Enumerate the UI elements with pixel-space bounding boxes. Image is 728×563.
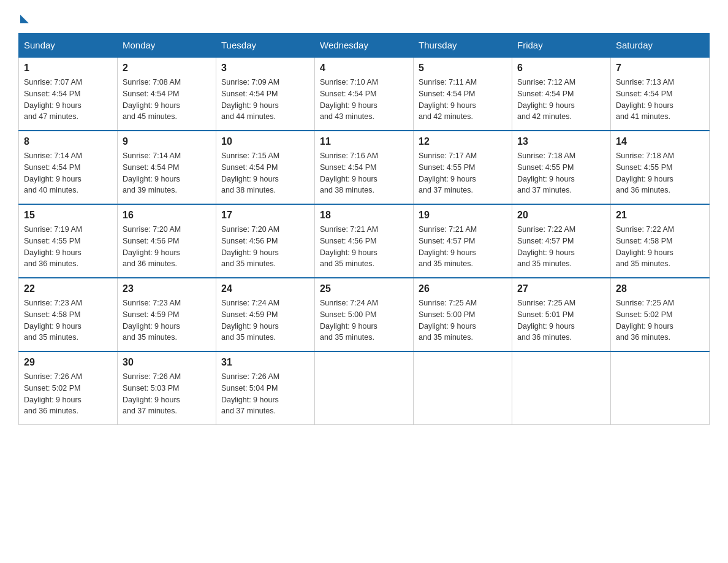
day-info: Sunrise: 7:08 AM Sunset: 4:54 PM Dayligh… [123,77,211,123]
calendar-header-tuesday: Tuesday [216,34,315,58]
day-info: Sunrise: 7:21 AM Sunset: 4:56 PM Dayligh… [320,224,408,270]
day-info: Sunrise: 7:09 AM Sunset: 4:54 PM Dayligh… [221,77,309,123]
calendar-cell: 22 Sunrise: 7:23 AM Sunset: 4:58 PM Dayl… [19,278,118,351]
day-info: Sunrise: 7:20 AM Sunset: 4:56 PM Dayligh… [123,224,211,270]
day-info: Sunrise: 7:25 AM Sunset: 5:01 PM Dayligh… [517,297,605,343]
day-number: 29 [24,357,112,368]
day-number: 10 [221,136,309,147]
day-number: 3 [221,63,309,74]
calendar-cell: 7 Sunrise: 7:13 AM Sunset: 4:54 PM Dayli… [611,57,710,131]
logo-arrow-icon [20,15,29,23]
calendar-header-monday: Monday [118,34,216,58]
day-info: Sunrise: 7:23 AM Sunset: 4:59 PM Dayligh… [123,297,211,343]
day-number: 30 [123,357,211,368]
day-number: 20 [517,210,605,221]
calendar-week-5: 29 Sunrise: 7:26 AM Sunset: 5:02 PM Dayl… [19,351,710,425]
calendar-cell: 1 Sunrise: 7:07 AM Sunset: 4:54 PM Dayli… [19,57,118,131]
day-number: 14 [616,136,704,147]
calendar-cell: 24 Sunrise: 7:24 AM Sunset: 4:59 PM Dayl… [216,278,315,351]
day-info: Sunrise: 7:23 AM Sunset: 4:58 PM Dayligh… [24,297,112,343]
calendar-cell: 29 Sunrise: 7:26 AM Sunset: 5:02 PM Dayl… [19,351,118,425]
calendar-cell: 31 Sunrise: 7:26 AM Sunset: 5:04 PM Dayl… [216,351,315,425]
calendar-cell: 12 Sunrise: 7:17 AM Sunset: 4:55 PM Dayl… [414,131,512,204]
day-number: 9 [123,136,211,147]
day-number: 11 [320,136,408,147]
day-number: 16 [123,210,211,221]
day-info: Sunrise: 7:18 AM Sunset: 4:55 PM Dayligh… [517,150,605,196]
calendar-cell: 28 Sunrise: 7:25 AM Sunset: 5:02 PM Dayl… [611,278,710,351]
day-number: 25 [320,283,408,294]
calendar-cell: 13 Sunrise: 7:18 AM Sunset: 4:55 PM Dayl… [512,131,611,204]
day-number: 21 [616,210,704,221]
day-number: 17 [221,210,309,221]
calendar-cell: 20 Sunrise: 7:22 AM Sunset: 4:57 PM Dayl… [512,204,611,278]
calendar-week-2: 8 Sunrise: 7:14 AM Sunset: 4:54 PM Dayli… [19,131,710,204]
day-info: Sunrise: 7:16 AM Sunset: 4:54 PM Dayligh… [320,150,408,196]
calendar-week-3: 15 Sunrise: 7:19 AM Sunset: 4:55 PM Dayl… [19,204,710,278]
day-number: 6 [517,63,605,74]
calendar-header-sunday: Sunday [19,34,118,58]
calendar-cell: 9 Sunrise: 7:14 AM Sunset: 4:54 PM Dayli… [118,131,216,204]
day-number: 23 [123,283,211,294]
day-number: 5 [419,63,507,74]
calendar-cell: 11 Sunrise: 7:16 AM Sunset: 4:54 PM Dayl… [315,131,414,204]
calendar-cell [512,351,611,425]
calendar-cell: 17 Sunrise: 7:20 AM Sunset: 4:56 PM Dayl… [216,204,315,278]
calendar-table: SundayMondayTuesdayWednesdayThursdayFrid… [18,33,710,425]
day-info: Sunrise: 7:15 AM Sunset: 4:54 PM Dayligh… [221,150,309,196]
day-info: Sunrise: 7:22 AM Sunset: 4:58 PM Dayligh… [616,224,704,270]
calendar-cell: 21 Sunrise: 7:22 AM Sunset: 4:58 PM Dayl… [611,204,710,278]
calendar-cell: 3 Sunrise: 7:09 AM Sunset: 4:54 PM Dayli… [216,57,315,131]
day-number: 27 [517,283,605,294]
calendar-cell: 14 Sunrise: 7:18 AM Sunset: 4:55 PM Dayl… [611,131,710,204]
day-info: Sunrise: 7:22 AM Sunset: 4:57 PM Dayligh… [517,224,605,270]
day-info: Sunrise: 7:14 AM Sunset: 4:54 PM Dayligh… [123,150,211,196]
day-info: Sunrise: 7:07 AM Sunset: 4:54 PM Dayligh… [24,77,112,123]
day-info: Sunrise: 7:17 AM Sunset: 4:55 PM Dayligh… [419,150,507,196]
day-number: 18 [320,210,408,221]
day-number: 28 [616,283,704,294]
calendar-header-thursday: Thursday [414,34,512,58]
day-info: Sunrise: 7:26 AM Sunset: 5:03 PM Dayligh… [123,371,211,417]
day-number: 2 [123,63,211,74]
day-info: Sunrise: 7:14 AM Sunset: 4:54 PM Dayligh… [24,150,112,196]
calendar-header-wednesday: Wednesday [315,34,414,58]
calendar-cell: 18 Sunrise: 7:21 AM Sunset: 4:56 PM Dayl… [315,204,414,278]
calendar-cell: 30 Sunrise: 7:26 AM Sunset: 5:03 PM Dayl… [118,351,216,425]
day-info: Sunrise: 7:20 AM Sunset: 4:56 PM Dayligh… [221,224,309,270]
day-number: 22 [24,283,112,294]
calendar-header-saturday: Saturday [611,34,710,58]
day-number: 19 [419,210,507,221]
calendar-cell: 10 Sunrise: 7:15 AM Sunset: 4:54 PM Dayl… [216,131,315,204]
day-info: Sunrise: 7:26 AM Sunset: 5:04 PM Dayligh… [221,371,309,417]
calendar-cell: 26 Sunrise: 7:25 AM Sunset: 5:00 PM Dayl… [414,278,512,351]
calendar-week-1: 1 Sunrise: 7:07 AM Sunset: 4:54 PM Dayli… [19,57,710,131]
day-info: Sunrise: 7:13 AM Sunset: 4:54 PM Dayligh… [616,77,704,123]
day-number: 13 [517,136,605,147]
logo [18,12,29,21]
calendar-cell: 27 Sunrise: 7:25 AM Sunset: 5:01 PM Dayl… [512,278,611,351]
day-info: Sunrise: 7:18 AM Sunset: 4:55 PM Dayligh… [616,150,704,196]
page-header [18,12,710,21]
day-number: 4 [320,63,408,74]
calendar-header-friday: Friday [512,34,611,58]
day-info: Sunrise: 7:11 AM Sunset: 4:54 PM Dayligh… [419,77,507,123]
day-info: Sunrise: 7:12 AM Sunset: 4:54 PM Dayligh… [517,77,605,123]
day-info: Sunrise: 7:25 AM Sunset: 5:02 PM Dayligh… [616,297,704,343]
day-info: Sunrise: 7:25 AM Sunset: 5:00 PM Dayligh… [419,297,507,343]
calendar-cell: 15 Sunrise: 7:19 AM Sunset: 4:55 PM Dayl… [19,204,118,278]
calendar-cell: 23 Sunrise: 7:23 AM Sunset: 4:59 PM Dayl… [118,278,216,351]
calendar-cell [414,351,512,425]
day-number: 8 [24,136,112,147]
day-info: Sunrise: 7:24 AM Sunset: 5:00 PM Dayligh… [320,297,408,343]
calendar-cell: 6 Sunrise: 7:12 AM Sunset: 4:54 PM Dayli… [512,57,611,131]
day-number: 24 [221,283,309,294]
day-number: 12 [419,136,507,147]
day-number: 26 [419,283,507,294]
calendar-cell [611,351,710,425]
calendar-header-row: SundayMondayTuesdayWednesdayThursdayFrid… [19,34,710,58]
calendar-cell: 4 Sunrise: 7:10 AM Sunset: 4:54 PM Dayli… [315,57,414,131]
day-number: 7 [616,63,704,74]
day-info: Sunrise: 7:24 AM Sunset: 4:59 PM Dayligh… [221,297,309,343]
day-number: 1 [24,63,112,74]
